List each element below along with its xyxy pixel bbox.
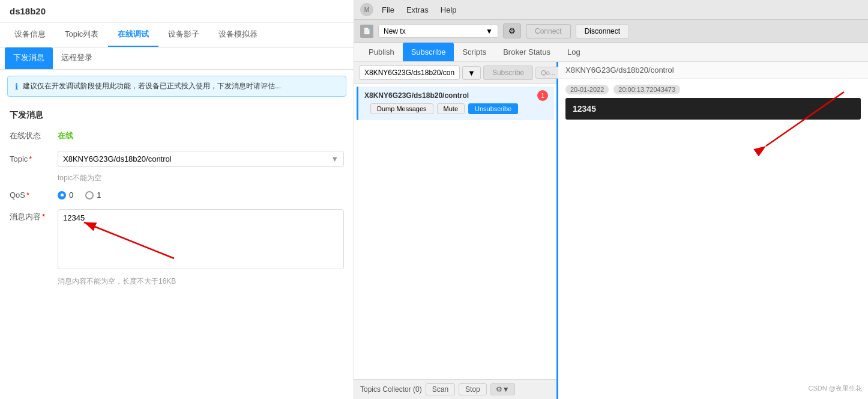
menu-extras[interactable]: Extras [403,4,432,16]
app-title: ds18b20 [10,6,46,16]
tab-device-info[interactable]: 设备信息 [5,23,55,47]
settings-gear-button[interactable]: ⚙ [503,23,521,38]
subscription-topic-name: X8KNY6G23G/ds18b20/control [364,91,469,100]
tab-device-simulator[interactable]: 设备模拟器 [209,23,267,47]
topic-row: Topic* X8KNY6G23G/ds18b20/control ▼ [0,146,354,172]
new-tx-select[interactable]: New tx ▼ [378,25,498,38]
menu-help[interactable]: Help [437,4,460,16]
left-header: ds18b20 [0,0,354,23]
message-display: 20-01-2022 20:00:13.72043473 12345 [558,79,868,126]
tab-topic-list[interactable]: Topic列表 [55,23,108,47]
tab-subscribe[interactable]: Subscribe [403,43,454,61]
topics-collector-gear[interactable]: ⚙▼ [490,383,515,395]
info-icon: ℹ [15,82,18,91]
mute-button[interactable]: Mute [437,103,465,114]
info-text: 建议仅在开发调试阶段使用此功能，若设备已正式投入使用，下发消息时请评估... [23,81,281,91]
status-row: 在线状态 在线 [0,126,354,146]
topic-label: Topic* [10,154,52,163]
tab-broker-status[interactable]: Broker Status [495,43,559,61]
qos-row: QoS* 0 1 [0,186,354,204]
left-main-tabs: 设备信息 Topic列表 在线调试 设备影子 设备模拟器 [0,23,354,47]
qos-option-1[interactable]: 1 [85,190,101,200]
topics-collector-bar: Topics Collector (0) Scan Stop ⚙▼ [354,379,556,399]
new-tx-arrow-icon: ▼ [486,27,493,35]
subscribe-button[interactable]: Subscribe [483,65,533,80]
new-file-icon: 📄 [360,25,373,38]
subtab-send-message[interactable]: 下发消息 [5,47,53,69]
topic-select-arrow-icon: ▼ [331,154,339,163]
topic-input-dropdown[interactable]: ▼ [462,66,481,80]
subscribe-panel: ▼ Subscribe Qo... Qo... Qo... X8KNY6G23G… [354,62,558,399]
new-tx-label: New tx [384,27,406,35]
connect-button[interactable]: Connect [526,24,571,38]
topics-collector-label: Topics Collector (0) [360,385,422,394]
mqtt-tabs: Publish Subscribe Scripts Broker Status … [354,43,868,62]
subscription-item: X8KNY6G23G/ds18b20/control 1 Dump Messag… [357,87,554,120]
message-content-row: 消息内容* 12345 [0,204,354,274]
left-content: 下发消息 在线状态 在线 Topic* X8KNY6G23G/ds18b20/c… [0,103,354,399]
qos-radio-1-indicator [85,191,94,200]
message-body: 12345 [565,98,861,120]
left-sub-tabs: 下发消息 远程登录 [0,47,354,70]
subtab-remote-login[interactable]: 远程登录 [53,47,101,69]
tab-publish[interactable]: Publish [360,43,403,61]
disconnect-button[interactable]: Disconnect [576,24,629,38]
left-panel: ds18b20 设备信息 Topic列表 在线调试 设备影子 设备模拟器 下发消… [0,0,354,399]
qos-radio-0-indicator [58,191,66,200]
topic-select-value: X8KNY6G23G/ds18b20/control [63,154,172,163]
msg-required: * [42,212,45,221]
tab-device-shadow[interactable]: 设备影子 [158,23,209,47]
tab-online-debug[interactable]: 在线调试 [108,23,158,47]
menu-file[interactable]: File [378,4,398,16]
topic-input-bar: ▼ Subscribe Qo... Qo... Qo... [354,62,556,84]
tab-scripts[interactable]: Scripts [454,43,495,61]
message-textarea[interactable]: 12345 [58,209,344,269]
msg-validation: 消息内容不能为空，长度不大于16KB [0,274,354,289]
qos-radio-group: 0 1 [58,190,101,200]
msg-label: 消息内容* [10,209,52,222]
subscribe-spacer [354,123,556,379]
topic-validation: topic不能为空 [0,172,354,186]
right-message-panel: X8KNY6G23G/ds18b20/control 20-01-2022 20… [558,62,868,399]
app-icon: M [360,3,373,16]
info-bar: ℹ 建议仅在开发调试阶段使用此功能，若设备已正式投入使用，下发消息时请评估... [7,76,346,97]
qos-label-1: 1 [97,190,101,200]
subscription-badge: 1 [537,90,548,101]
section-title: 下发消息 [0,103,354,126]
unsubscribe-button[interactable]: Unsubscribe [468,103,518,114]
scan-button[interactable]: Scan [426,383,455,395]
message-date: 20-01-2022 [565,85,609,94]
stop-button[interactable]: Stop [459,383,487,395]
dump-messages-button[interactable]: Dump Messages [370,103,433,114]
subscription-item-header: X8KNY6G23G/ds18b20/control 1 [364,90,548,101]
right-panel-topic-header: X8KNY6G23G/ds18b20/control [558,62,868,79]
topic-select[interactable]: X8KNY6G23G/ds18b20/control ▼ [58,151,344,167]
status-value: 在线 [58,130,73,141]
mqtt-nav: 📄 New tx ▼ ⚙ Connect Disconnect [354,20,868,43]
qos-label: QoS* [10,190,52,200]
csdn-watermark: CSDN @夜里生花 [809,384,862,393]
tab-log[interactable]: Log [559,43,589,61]
message-meta: 20-01-2022 20:00:13.72043473 [565,85,861,94]
subscribe-topic-input[interactable] [359,65,460,80]
status-label: 在线状态 [10,130,52,141]
right-panel: M File Extras Help 📄 New tx ▼ ⚙ Connect … [354,0,868,399]
right-content: ▼ Subscribe Qo... Qo... Qo... X8KNY6G23G… [354,62,868,399]
qos-btn-1[interactable]: Qo... [535,67,561,79]
right-menu-bar: M File Extras Help [354,0,868,20]
qos-option-0[interactable]: 0 [58,190,73,200]
subscription-actions: Dump Messages Mute Unsubscribe [364,101,548,117]
qos-label-0: 0 [69,190,73,200]
message-time: 20:00:13.72043473 [613,85,680,94]
topic-required: * [29,154,32,163]
qos-required: * [26,190,29,200]
